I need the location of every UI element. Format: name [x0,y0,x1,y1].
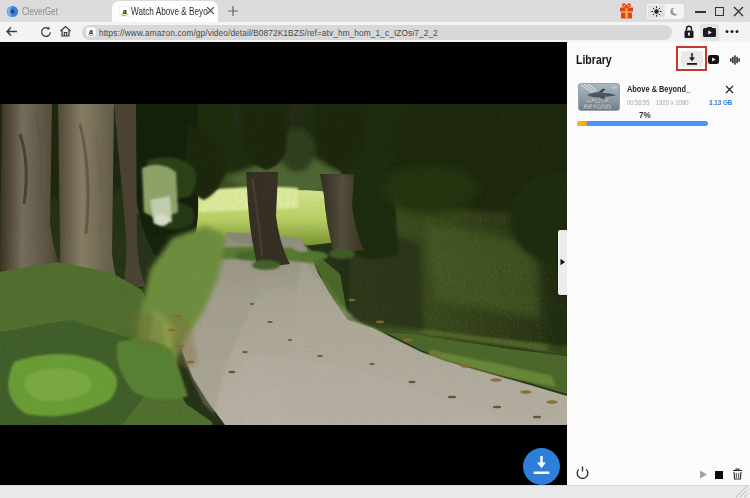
svg-text:BEYOND: BEYOND [583,103,611,110]
